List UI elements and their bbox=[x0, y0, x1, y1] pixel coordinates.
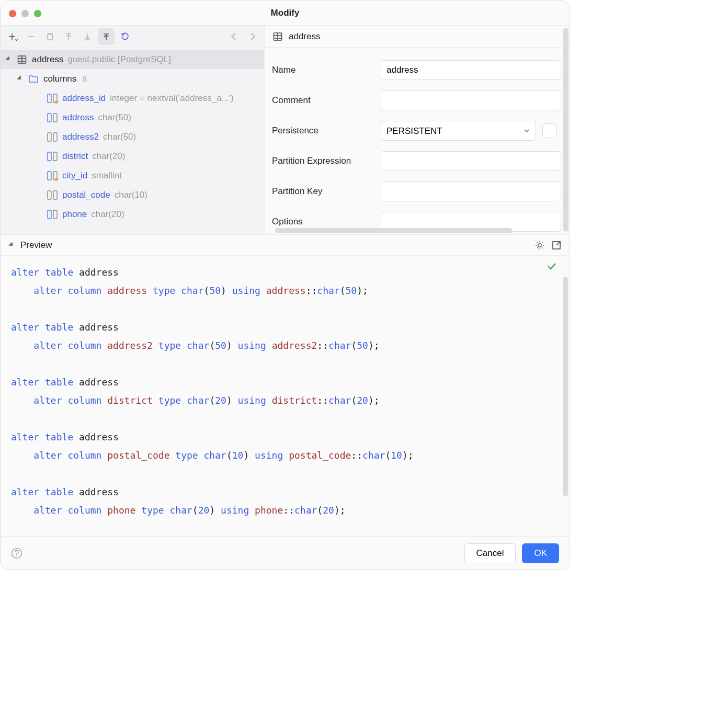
column-name: phone bbox=[62, 209, 87, 220]
tree-columns-label: columns bbox=[43, 74, 76, 84]
tree-table-name: address bbox=[32, 54, 63, 65]
preview-code: alter table address alter column address… bbox=[1, 256, 570, 534]
status-ok-icon bbox=[547, 261, 557, 271]
tree-column-item[interactable]: address2 char(50) bbox=[1, 127, 264, 146]
open-external-icon[interactable] bbox=[551, 240, 562, 251]
column-type: char(50) bbox=[103, 132, 136, 142]
partition-key-input[interactable] bbox=[381, 181, 561, 201]
name-input[interactable] bbox=[381, 60, 561, 80]
nav-forward-button[interactable] bbox=[244, 28, 261, 45]
column-icon bbox=[47, 93, 58, 104]
minimize-window-icon[interactable] bbox=[21, 10, 29, 17]
svg-rect-0 bbox=[48, 35, 52, 40]
svg-rect-14 bbox=[48, 191, 51, 199]
nav-back-button[interactable] bbox=[225, 28, 242, 45]
column-icon bbox=[47, 131, 58, 143]
persistence-select[interactable]: PERSISTENT bbox=[381, 121, 536, 141]
form-horizontal-scrollbar[interactable] bbox=[275, 228, 512, 233]
svg-rect-11 bbox=[48, 172, 51, 180]
column-type: char(20) bbox=[92, 151, 125, 162]
svg-rect-16 bbox=[48, 210, 51, 219]
column-type: char(50) bbox=[98, 112, 131, 123]
add-button[interactable] bbox=[4, 28, 20, 45]
tree-column-item[interactable]: address_id integer = nextval('address_a.… bbox=[1, 88, 264, 108]
expand-icon[interactable] bbox=[16, 75, 24, 82]
column-type: integer = nextval('address_a...') bbox=[110, 93, 234, 104]
column-icon bbox=[47, 170, 58, 181]
table-icon bbox=[272, 31, 283, 42]
cancel-button[interactable]: Cancel bbox=[464, 543, 516, 563]
titlebar: Modify bbox=[1, 1, 570, 26]
upload-button[interactable] bbox=[98, 28, 115, 45]
label-persistence: Persistence bbox=[272, 126, 376, 136]
svg-point-22 bbox=[16, 555, 17, 556]
move-down-button[interactable] bbox=[79, 28, 96, 45]
svg-rect-17 bbox=[53, 210, 57, 219]
window-title: Modify bbox=[1, 8, 570, 18]
svg-point-4 bbox=[55, 100, 58, 104]
persistence-checkbox[interactable] bbox=[542, 123, 557, 138]
svg-rect-10 bbox=[53, 152, 57, 161]
move-up-button[interactable] bbox=[60, 28, 77, 45]
help-icon[interactable] bbox=[11, 548, 22, 559]
tree-column-item[interactable]: city_id smallint bbox=[1, 166, 264, 185]
column-type: char(20) bbox=[91, 209, 124, 220]
form-vertical-scrollbar[interactable] bbox=[563, 28, 568, 232]
column-name: address_id bbox=[62, 93, 106, 104]
svg-rect-6 bbox=[53, 113, 57, 122]
expand-icon[interactable] bbox=[5, 55, 12, 63]
column-type: char(10) bbox=[115, 190, 147, 200]
folder-icon bbox=[28, 73, 39, 85]
svg-point-19 bbox=[538, 243, 541, 246]
column-icon bbox=[47, 209, 58, 220]
svg-rect-2 bbox=[48, 94, 51, 103]
refresh-button[interactable] bbox=[117, 28, 133, 45]
column-type: smallint bbox=[92, 170, 122, 181]
tree-column-item[interactable]: district char(20) bbox=[1, 146, 264, 166]
tree-table-context: guest.public [PostgreSQL] bbox=[67, 54, 171, 65]
copy-button[interactable] bbox=[41, 28, 58, 45]
tree-column-item[interactable]: postal_code char(10) bbox=[1, 185, 264, 204]
column-icon bbox=[47, 189, 58, 201]
close-window-icon[interactable] bbox=[9, 10, 16, 17]
form-header-label: address bbox=[289, 31, 320, 42]
tree-columns-node[interactable]: columns 8 bbox=[1, 69, 264, 88]
svg-rect-7 bbox=[48, 133, 51, 141]
label-options: Options bbox=[272, 217, 376, 227]
svg-rect-8 bbox=[53, 133, 57, 141]
svg-rect-15 bbox=[53, 191, 57, 199]
tree-columns-count: 8 bbox=[83, 75, 87, 83]
comment-input[interactable] bbox=[381, 90, 561, 110]
column-name: postal_code bbox=[62, 190, 110, 200]
column-name: district bbox=[62, 151, 88, 162]
table-icon bbox=[16, 54, 28, 65]
gear-icon[interactable] bbox=[534, 240, 545, 251]
column-name: city_id bbox=[62, 170, 87, 181]
svg-rect-5 bbox=[48, 113, 51, 122]
label-partition-key: Partition Key bbox=[272, 186, 376, 197]
label-partition-expression: Partition Expression bbox=[272, 156, 376, 166]
column-icon bbox=[47, 151, 58, 162]
partition-expression-input[interactable] bbox=[381, 151, 561, 171]
preview-title: Preview bbox=[20, 240, 52, 251]
remove-button[interactable] bbox=[22, 28, 39, 45]
ok-button[interactable]: OK bbox=[522, 543, 559, 563]
svg-rect-9 bbox=[48, 152, 51, 161]
label-name: Name bbox=[272, 65, 376, 75]
tree-column-item[interactable]: address char(50) bbox=[1, 108, 264, 127]
preview-vertical-scrollbar[interactable] bbox=[563, 277, 568, 496]
column-name: address bbox=[62, 112, 94, 123]
zoom-window-icon[interactable] bbox=[34, 10, 41, 17]
collapse-icon[interactable] bbox=[8, 241, 15, 248]
tree-table-node[interactable]: address guest.public [PostgreSQL] bbox=[1, 50, 264, 69]
column-icon bbox=[47, 112, 58, 123]
label-comment: Comment bbox=[272, 95, 376, 106]
svg-point-13 bbox=[55, 178, 58, 181]
tree-column-item[interactable]: phone char(20) bbox=[1, 204, 264, 224]
window-controls[interactable] bbox=[9, 10, 41, 17]
column-name: address2 bbox=[62, 132, 99, 142]
